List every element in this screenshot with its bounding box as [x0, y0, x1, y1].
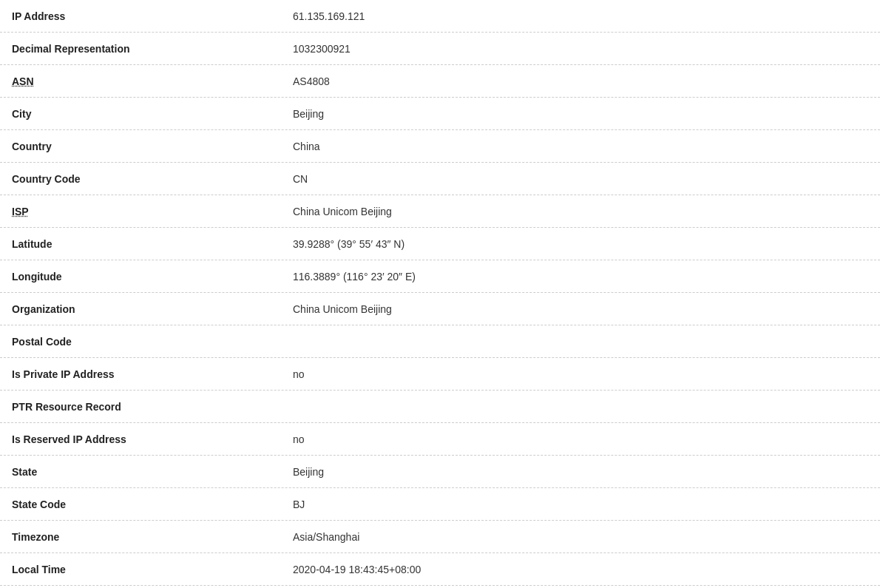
table-row: Is Private IP Addressno	[0, 358, 880, 391]
label-country: Country	[0, 133, 281, 160]
label-country-code: Country Code	[0, 166, 281, 192]
value-latitude: 39.9288° (39° 55′ 43″ N)	[281, 231, 880, 257]
value-longitude: 116.3889° (116° 23′ 20″ E)	[281, 263, 880, 290]
label-ip-address: IP Address	[0, 3, 281, 30]
table-row: PTR Resource Record	[0, 391, 880, 423]
label-state: State	[0, 459, 281, 485]
value-ptr-resource-record	[281, 399, 880, 414]
value-asn: AS4808	[281, 68, 880, 95]
table-row: Postal Code	[0, 325, 880, 358]
ip-info-table: IP Address61.135.169.121Decimal Represen…	[0, 0, 880, 586]
label-longitude: Longitude	[0, 263, 281, 290]
table-row: ASNAS4808	[0, 65, 880, 98]
value-city: Beijing	[281, 101, 880, 127]
value-is-reserved-ip: no	[281, 426, 880, 453]
table-row: CityBeijing	[0, 98, 880, 130]
table-row: Local Time2020-04-19 18:43:45+08:00	[0, 553, 880, 586]
value-timezone: Asia/Shanghai	[281, 524, 880, 550]
label-is-private-ip: Is Private IP Address	[0, 361, 281, 388]
label-latitude: Latitude	[0, 231, 281, 257]
value-is-private-ip: no	[281, 361, 880, 388]
table-row: TimezoneAsia/Shanghai	[0, 521, 880, 553]
table-row: Country CodeCN	[0, 163, 880, 195]
label-local-time: Local Time	[0, 556, 281, 583]
table-row: ISPChina Unicom Beijing	[0, 195, 880, 228]
label-is-reserved-ip: Is Reserved IP Address	[0, 426, 281, 453]
value-postal-code	[281, 334, 880, 349]
table-row: StateBeijing	[0, 456, 880, 488]
label-ptr-resource-record: PTR Resource Record	[0, 393, 281, 420]
value-ip-address: 61.135.169.121	[281, 3, 880, 30]
value-country: China	[281, 133, 880, 160]
value-isp: China Unicom Beijing	[281, 198, 880, 225]
value-state: Beijing	[281, 459, 880, 485]
table-row: State CodeBJ	[0, 488, 880, 521]
value-state-code: BJ	[281, 491, 880, 518]
table-row: Latitude39.9288° (39° 55′ 43″ N)	[0, 228, 880, 260]
value-local-time: 2020-04-19 18:43:45+08:00	[281, 556, 880, 583]
label-organization: Organization	[0, 296, 281, 322]
table-row: Longitude116.3889° (116° 23′ 20″ E)	[0, 260, 880, 293]
label-city: City	[0, 101, 281, 127]
label-postal-code: Postal Code	[0, 328, 281, 355]
table-row: CountryChina	[0, 130, 880, 163]
table-row: OrganizationChina Unicom Beijing	[0, 293, 880, 325]
value-decimal-representation: 1032300921	[281, 36, 880, 62]
value-organization: China Unicom Beijing	[281, 296, 880, 322]
table-row: Is Reserved IP Addressno	[0, 423, 880, 456]
table-row: Decimal Representation1032300921	[0, 33, 880, 65]
label-asn: ASN	[0, 68, 281, 95]
label-state-code: State Code	[0, 491, 281, 518]
value-country-code: CN	[281, 166, 880, 192]
label-isp: ISP	[0, 198, 281, 225]
label-timezone: Timezone	[0, 524, 281, 550]
label-decimal-representation: Decimal Representation	[0, 36, 281, 62]
table-row: IP Address61.135.169.121	[0, 0, 880, 33]
